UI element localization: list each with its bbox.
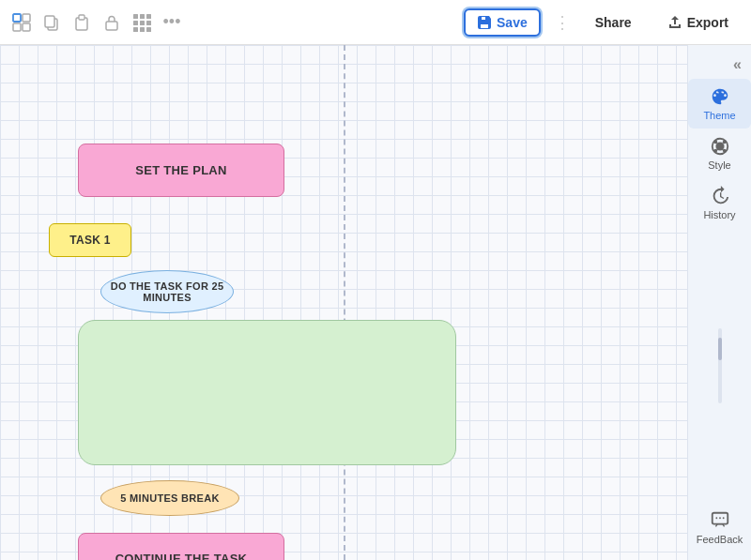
paste-tool-icon[interactable] — [71, 12, 92, 33]
toolbar-right: Save ⋮ Share Export — [464, 8, 740, 37]
svg-point-19 — [715, 142, 724, 150]
svg-point-21 — [722, 141, 726, 144]
svg-rect-8 — [106, 22, 117, 30]
svg-rect-1 — [23, 14, 30, 22]
node-break[interactable]: 5 MINUTES BREAK — [100, 480, 239, 516]
svg-rect-13 — [140, 21, 145, 25]
select-tool-icon[interactable] — [11, 12, 32, 33]
sidebar-item-history[interactable]: History — [688, 178, 751, 228]
more-tool-icon[interactable]: ••• — [161, 12, 182, 33]
svg-rect-16 — [140, 27, 145, 32]
svg-rect-2 — [13, 23, 21, 31]
scroll-thumb — [718, 338, 722, 360]
node-task1[interactable]: TASK 1 — [49, 223, 131, 257]
scroll-track — [718, 328, 722, 403]
sidebar: « Theme Style — [687, 45, 751, 560]
svg-point-27 — [722, 517, 724, 519]
node-green-box[interactable] — [78, 320, 456, 465]
sidebar-item-style[interactable]: Style — [688, 129, 751, 178]
sidebar-scroll — [718, 228, 722, 503]
node-continue[interactable]: CONTINUE THE TASK — [78, 533, 284, 560]
svg-rect-10 — [140, 14, 145, 19]
lock-tool-icon[interactable] — [101, 12, 122, 33]
svg-rect-9 — [133, 14, 138, 19]
svg-rect-11 — [146, 14, 151, 19]
node-do-task[interactable]: DO THE TASK FOR 25 MINUTES — [100, 270, 234, 313]
copy-tool-icon[interactable] — [41, 12, 62, 33]
save-button[interactable]: Save — [464, 8, 541, 37]
toolbar-sep1: ⋮ — [554, 12, 571, 33]
collapse-button[interactable]: « — [688, 51, 751, 79]
export-button[interactable]: Export — [656, 10, 740, 35]
main-area: SET THE PLAN TASK 1 DO THE TASK FOR 25 M… — [0, 45, 751, 560]
svg-point-20 — [713, 141, 717, 144]
svg-rect-14 — [146, 21, 151, 25]
svg-rect-3 — [23, 23, 30, 31]
canvas[interactable]: SET THE PLAN TASK 1 DO THE TASK FOR 25 M… — [0, 45, 687, 560]
share-button[interactable]: Share — [584, 10, 643, 35]
canvas-divider — [344, 45, 345, 560]
grid-tool-icon[interactable] — [131, 12, 152, 33]
svg-point-25 — [715, 517, 717, 519]
svg-rect-0 — [13, 14, 21, 22]
svg-point-22 — [713, 149, 717, 153]
toolbar-left: ••• — [11, 12, 182, 33]
sidebar-item-theme[interactable]: Theme — [688, 79, 751, 129]
svg-rect-17 — [146, 27, 151, 32]
node-set-plan[interactable]: SET THE PLAN — [78, 144, 284, 197]
svg-rect-12 — [133, 21, 138, 25]
toolbar: ••• Save ⋮ Share Export — [0, 0, 751, 45]
sidebar-item-feedback[interactable]: FeedBack — [688, 503, 751, 552]
svg-rect-15 — [133, 27, 138, 32]
svg-point-23 — [722, 149, 726, 153]
svg-rect-5 — [45, 16, 54, 27]
svg-point-26 — [719, 517, 721, 519]
svg-rect-7 — [79, 15, 84, 20]
